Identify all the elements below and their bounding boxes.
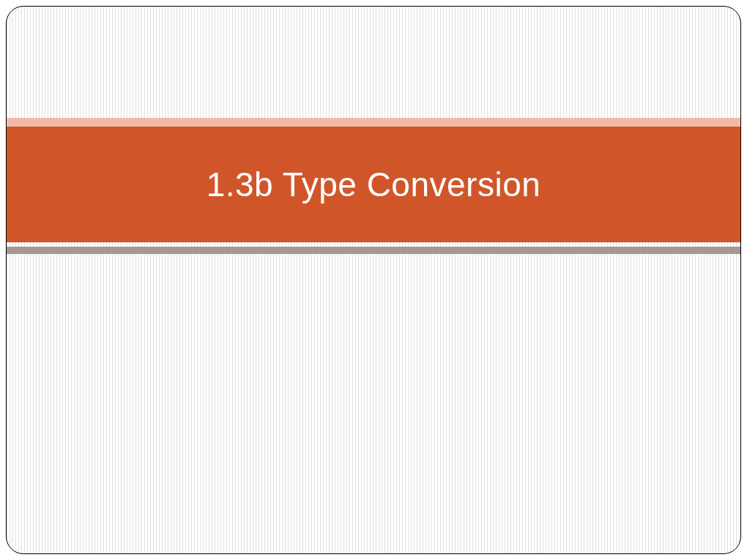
slide-title: 1.3b Type Conversion (207, 165, 541, 204)
decorative-stripe-top (7, 118, 740, 127)
slide-frame: 1.3b Type Conversion (6, 6, 741, 554)
decorative-stripe-bottom (7, 247, 740, 254)
title-bar: 1.3b Type Conversion (7, 127, 740, 242)
